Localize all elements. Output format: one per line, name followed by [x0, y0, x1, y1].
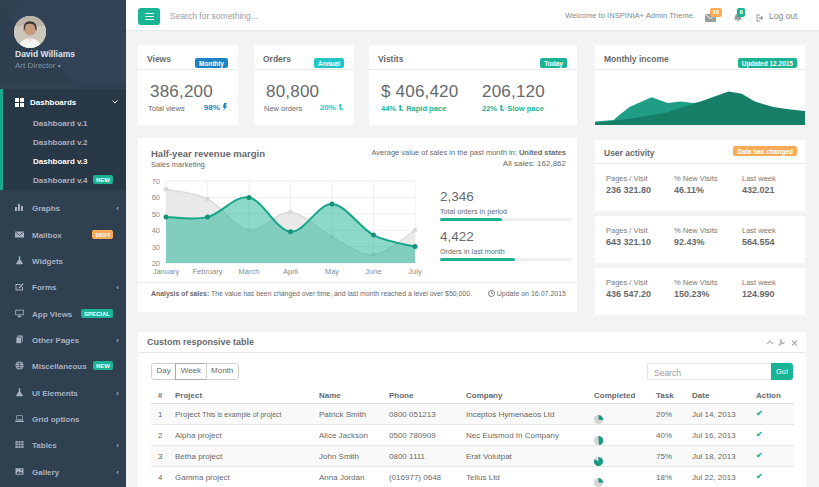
svg-text:January: January [153, 267, 180, 276]
svg-text:July: July [408, 267, 422, 276]
svg-text:February: February [192, 267, 222, 276]
svg-text:50: 50 [152, 210, 160, 219]
svg-text:March: March [239, 267, 260, 276]
svg-text:May: May [325, 267, 339, 276]
svg-text:June: June [365, 267, 381, 276]
svg-text:April: April [283, 267, 298, 276]
svg-text:30: 30 [152, 243, 160, 252]
svg-text:60: 60 [152, 193, 160, 202]
svg-text:70: 70 [152, 177, 160, 186]
svg-text:40: 40 [152, 226, 160, 235]
